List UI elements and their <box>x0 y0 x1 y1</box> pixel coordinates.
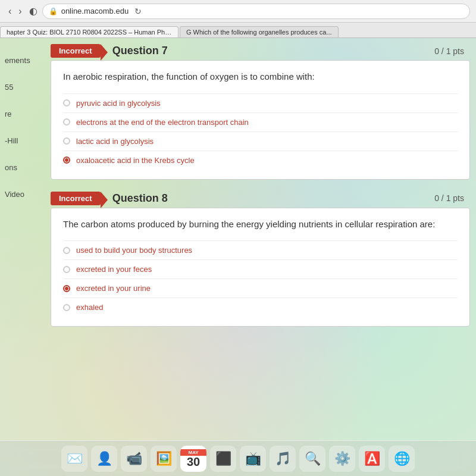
q7-radio-3[interactable] <box>63 137 70 145</box>
q8-option-4[interactable]: exhaled <box>63 298 458 317</box>
dock-calendar[interactable]: MAY 30 <box>180 446 206 472</box>
q7-radio-1[interactable] <box>63 99 70 107</box>
sidebar-item-ons: ons <box>5 163 48 172</box>
q7-option-3-label: lactic acid in glycolysis <box>76 137 154 146</box>
question-7-block: Incorrect Question 7 0 / 1 pts In aerobi… <box>51 44 470 180</box>
incorrect-badge-q7: Incorrect <box>51 44 101 58</box>
question-7-header: Incorrect Question 7 0 / 1 pts <box>51 44 470 58</box>
url-text: online.macomb.edu <box>61 7 129 15</box>
forward-button[interactable]: › <box>16 5 24 18</box>
question-7-score: 0 / 1 pts <box>434 46 464 56</box>
q7-option-4-label: oxaloacetic acid in the Krebs cycle <box>76 156 195 165</box>
lock-icon: 🔒 <box>49 7 58 15</box>
page-content: ements 55 re -Hill ons Video Incorrect Q… <box>0 38 476 440</box>
dock-terminal[interactable]: ⬛ <box>210 446 236 472</box>
q7-radio-2[interactable] <box>63 118 70 126</box>
dock-calendar-day: 30 <box>187 456 200 468</box>
sidebar-item-hill: -Hill <box>5 136 48 145</box>
refresh-button[interactable]: ↻ <box>134 7 142 16</box>
back-button[interactable]: ‹ <box>6 5 14 18</box>
dock-contacts[interactable]: 👤 <box>91 446 117 472</box>
q8-option-1[interactable]: used to build your body structures <box>63 240 458 259</box>
dock-app-extra[interactable]: 🅰️ <box>359 446 385 472</box>
sidebar-item-video: Video <box>5 190 48 199</box>
question-8-title: Question 8 <box>112 192 435 205</box>
sidebar-item-re: re <box>5 109 48 118</box>
question-7-body: In aerobic respiration, the function of … <box>51 60 470 180</box>
q8-option-2-label: excreted in your feces <box>76 265 152 274</box>
q7-option-1-label: pyruvic acid in glycolysis <box>76 99 161 108</box>
dock-mail[interactable]: ✉️ <box>61 446 87 472</box>
question-8-body: The carbon atoms produced by burning the… <box>51 208 470 327</box>
q8-option-2[interactable]: excreted in your feces <box>63 259 458 278</box>
dock-settings[interactable]: ⚙️ <box>329 446 355 472</box>
question-7-title: Question 7 <box>112 45 435 57</box>
q8-option-3-label: excreted in your urine <box>76 284 151 293</box>
tab-2[interactable]: G Which of the following organelles prod… <box>180 26 339 37</box>
browser-chrome: ‹ › ◐ 🔒 online.macomb.edu ↻ <box>0 0 476 23</box>
q8-radio-1[interactable] <box>63 247 70 254</box>
q8-option-3[interactable]: excreted in your urine <box>63 278 458 298</box>
q8-radio-2[interactable] <box>63 266 70 273</box>
address-bar[interactable]: 🔒 online.macomb.edu ↻ <box>42 4 470 19</box>
question-8-block: Incorrect Question 8 0 / 1 pts The carbo… <box>51 192 470 327</box>
question-8-text: The carbon atoms produced by burning the… <box>63 218 458 231</box>
dock-finder[interactable]: 🔍 <box>299 446 325 472</box>
incorrect-badge-q8: Incorrect <box>51 192 101 205</box>
dock-appletv[interactable]: 📺 <box>240 446 266 472</box>
q8-option-1-label: used to build your body structures <box>76 246 192 255</box>
dock-music[interactable]: 🎵 <box>270 446 296 472</box>
main-area: Incorrect Question 7 0 / 1 pts In aerobi… <box>51 38 476 327</box>
q7-option-2[interactable]: electrons at the end of the electron tra… <box>63 112 458 131</box>
q7-radio-4[interactable] <box>63 156 70 164</box>
dock-app-extra2[interactable]: 🌐 <box>389 446 415 472</box>
sidebar-item-55: 55 <box>5 83 48 92</box>
shield-icon: ◐ <box>29 5 37 17</box>
nav-buttons[interactable]: ‹ › <box>6 5 24 18</box>
sidebar-item-ements: ements <box>5 56 48 65</box>
dock-photos[interactable]: 🖼️ <box>151 446 177 472</box>
q7-option-1[interactable]: pyruvic acid in glycolysis <box>63 93 458 112</box>
question-8-header: Incorrect Question 8 0 / 1 pts <box>51 192 470 205</box>
q8-radio-3[interactable] <box>63 285 70 292</box>
tab-1[interactable]: hapter 3 Quiz: BIOL 2710 R0804 2022SS – … <box>0 26 178 37</box>
dock: ✉️ 👤 📹 🖼️ MAY 30 ⬛ 📺 🎵 🔍 ⚙️ 🅰️ 🌐 <box>0 440 476 476</box>
q8-option-4-label: exhaled <box>76 303 104 312</box>
tab-bar: hapter 3 Quiz: BIOL 2710 R0804 2022SS – … <box>0 23 476 38</box>
question-8-score: 0 / 1 pts <box>434 193 464 203</box>
q7-option-4[interactable]: oxaloacetic acid in the Krebs cycle <box>63 151 458 170</box>
dock-facetime[interactable]: 📹 <box>121 446 147 472</box>
question-7-text: In aerobic respiration, the function of … <box>63 70 458 84</box>
q7-option-3[interactable]: lactic acid in glycolysis <box>63 131 458 151</box>
q7-option-2-label: electrons at the end of the electron tra… <box>76 118 249 127</box>
sidebar: ements 55 re -Hill ons Video <box>0 56 48 217</box>
q8-radio-4[interactable] <box>63 304 70 311</box>
